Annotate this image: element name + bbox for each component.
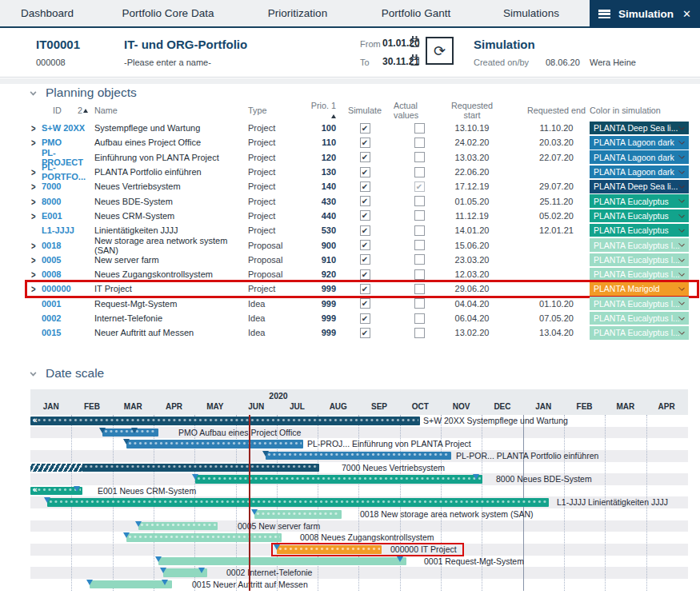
actual-values-checkbox[interactable] bbox=[414, 240, 425, 250]
table-row[interactable]: >0008Neues ZugangskontrollsystemProposal… bbox=[0, 267, 700, 281]
milestone-triangle-icon[interactable] bbox=[135, 521, 142, 527]
column-id[interactable]: ID bbox=[53, 106, 62, 115]
gantt-bar[interactable] bbox=[158, 557, 406, 566]
column-name[interactable]: Name bbox=[94, 106, 248, 115]
table-row[interactable]: 0001Request-Mgt-SystemIdea999✔04.04.2001… bbox=[0, 297, 700, 311]
color-dropdown[interactable]: PLANTA Eucalyptus l... bbox=[590, 253, 689, 267]
color-dropdown[interactable]: PLANTA Eucalyptus bbox=[590, 224, 689, 237]
actual-values-checkbox[interactable] bbox=[414, 225, 425, 236]
milestone-triangle-icon[interactable] bbox=[74, 486, 80, 492]
actual-values-checkbox[interactable] bbox=[414, 138, 425, 148]
milestone-triangle-icon[interactable] bbox=[198, 568, 205, 573]
column-simulate[interactable]: Simulate bbox=[336, 106, 394, 115]
chevron-right-icon[interactable]: > bbox=[31, 211, 36, 222]
actual-values-checkbox[interactable] bbox=[414, 152, 425, 162]
gantt-bar[interactable] bbox=[47, 498, 549, 507]
table-row[interactable]: >E001Neues CRM-SystemProject440✔11.12.19… bbox=[0, 209, 700, 223]
portfolio-name-placeholder[interactable]: -Please enter a name- bbox=[124, 58, 211, 67]
simulate-checkbox[interactable]: ✔ bbox=[360, 167, 370, 177]
chevron-right-icon[interactable]: > bbox=[31, 181, 36, 193]
chevron-down-icon[interactable] bbox=[30, 370, 37, 377]
row-id-link[interactable]: 0005 bbox=[42, 255, 94, 265]
row-id-link[interactable]: 7000 bbox=[42, 181, 94, 191]
table-row[interactable]: >S+W 20XXSystempflege und WartungProject… bbox=[0, 121, 700, 135]
refresh-button[interactable]: ⟳ bbox=[426, 37, 454, 65]
milestone-triangle-icon[interactable] bbox=[131, 428, 138, 433]
hamburger-menu-icon[interactable] bbox=[598, 10, 610, 18]
simulate-checkbox[interactable]: ✔ bbox=[360, 254, 370, 265]
milestone-triangle-icon[interactable] bbox=[192, 474, 198, 480]
simulate-checkbox[interactable]: ✔ bbox=[360, 240, 370, 250]
column-requested-start[interactable]: Requested start bbox=[445, 101, 499, 120]
row-id-link[interactable]: 0008 bbox=[42, 269, 94, 279]
chevron-right-icon[interactable]: > bbox=[31, 240, 36, 251]
table-row[interactable]: 0015Neuer Auftritt auf MessenIdea999✔13.… bbox=[0, 325, 700, 340]
nav-item-prioritization[interactable]: Prioritization bbox=[268, 0, 327, 26]
table-row[interactable]: >7000Neues VertriebsystemProject140✔✔17.… bbox=[0, 179, 700, 193]
actual-values-checkbox[interactable] bbox=[414, 269, 425, 280]
simulate-checkbox[interactable]: ✔ bbox=[360, 269, 370, 280]
actual-values-checkbox[interactable] bbox=[414, 284, 425, 294]
color-dropdown[interactable]: PLANTA Eucalyptus l... bbox=[590, 312, 689, 325]
row-id-link[interactable]: PMO bbox=[42, 138, 94, 147]
simulate-checkbox[interactable]: ✔ bbox=[360, 210, 370, 221]
tab-simulation[interactable]: Simulation ✕ bbox=[590, 0, 700, 28]
actual-values-checkbox[interactable] bbox=[414, 298, 425, 309]
milestone-triangle-icon[interactable] bbox=[251, 509, 258, 515]
simulate-checkbox[interactable]: ✔ bbox=[360, 298, 370, 309]
chevron-down-icon[interactable] bbox=[30, 90, 37, 96]
column-requested-end[interactable]: Requested end bbox=[499, 106, 590, 115]
simulate-checkbox[interactable]: ✔ bbox=[360, 225, 370, 236]
milestone-triangle-icon[interactable] bbox=[44, 497, 50, 503]
nav-item-portfolio-gantt[interactable]: Portfolio Gantt bbox=[382, 0, 450, 26]
milestone-triangle-icon[interactable] bbox=[123, 439, 130, 445]
actual-values-checkbox[interactable] bbox=[414, 196, 425, 206]
milestone-triangle-icon[interactable] bbox=[86, 580, 93, 585]
color-dropdown[interactable]: PLANTA Eucalyptus l... bbox=[590, 268, 689, 281]
simulate-checkbox[interactable]: ✔ bbox=[360, 123, 370, 134]
simulate-checkbox[interactable]: ✔ bbox=[360, 284, 370, 294]
calendar-icon[interactable] bbox=[410, 57, 419, 66]
calendar-icon[interactable] bbox=[410, 38, 419, 47]
color-dropdown[interactable]: PLANTA Deep Sea li... bbox=[590, 180, 689, 193]
simulate-checkbox[interactable]: ✔ bbox=[360, 138, 370, 148]
column-actual-values[interactable]: Actual values bbox=[394, 101, 445, 120]
actual-values-checkbox[interactable] bbox=[414, 313, 425, 324]
milestone-triangle-icon[interactable] bbox=[99, 428, 106, 433]
row-id-link[interactable]: E001 bbox=[42, 211, 94, 221]
gantt-bar[interactable] bbox=[90, 580, 172, 589]
nav-item-dashboard[interactable]: Dashboard bbox=[21, 0, 74, 26]
chevron-right-icon[interactable]: > bbox=[31, 167, 36, 178]
table-row[interactable]: 0002Internet-TelefonieIdea999✔06.04.2007… bbox=[0, 311, 700, 325]
simulate-checkbox[interactable]: ✔ bbox=[360, 152, 370, 162]
color-dropdown[interactable]: PLANTA Marigold bbox=[590, 282, 689, 296]
table-row[interactable]: PL-PROJECTEinführung von PLANTA ProjectP… bbox=[0, 150, 700, 165]
simulate-checkbox[interactable]: ✔ bbox=[360, 181, 370, 192]
table-row[interactable]: >PL-PORTFO...PLANTA Portfolio einführenP… bbox=[0, 165, 700, 179]
column-type[interactable]: Type bbox=[248, 106, 308, 115]
actual-values-checkbox[interactable] bbox=[414, 167, 425, 177]
row-id-link[interactable]: 0002 bbox=[42, 313, 94, 323]
row-id-link[interactable]: 0018 bbox=[42, 241, 94, 250]
close-icon[interactable]: ✕ bbox=[682, 8, 691, 20]
gantt-bar[interactable] bbox=[30, 464, 319, 472]
gantt-bar[interactable] bbox=[138, 522, 218, 531]
simulate-checkbox[interactable]: ✔ bbox=[360, 328, 370, 338]
milestone-triangle-icon[interactable] bbox=[155, 556, 162, 562]
nav-item-simulations[interactable]: Simulations bbox=[503, 0, 559, 26]
color-dropdown[interactable]: PLANTA Eucalyptus bbox=[590, 194, 689, 208]
chevron-right-icon[interactable]: > bbox=[31, 196, 36, 207]
nav-item-portfolio-core-data[interactable]: Portfolio Core Data bbox=[122, 0, 214, 26]
milestone-triangle-icon[interactable] bbox=[262, 451, 269, 456]
chevron-right-icon[interactable]: > bbox=[31, 284, 36, 295]
color-dropdown[interactable]: PLANTA Lagoon dark bbox=[590, 150, 689, 164]
actual-values-checkbox[interactable] bbox=[414, 328, 425, 338]
milestone-triangle-icon[interactable] bbox=[397, 556, 403, 562]
color-dropdown[interactable]: PLANTA Lagoon dark bbox=[590, 165, 689, 179]
milestone-triangle-icon[interactable] bbox=[162, 580, 168, 585]
column-prio[interactable]: Prio. 1 bbox=[308, 101, 336, 120]
actual-values-checkbox[interactable] bbox=[414, 254, 425, 265]
milestone-triangle-icon[interactable] bbox=[473, 474, 479, 480]
row-id-link[interactable]: 000000 bbox=[42, 284, 94, 293]
gantt-bar[interactable] bbox=[254, 510, 342, 519]
